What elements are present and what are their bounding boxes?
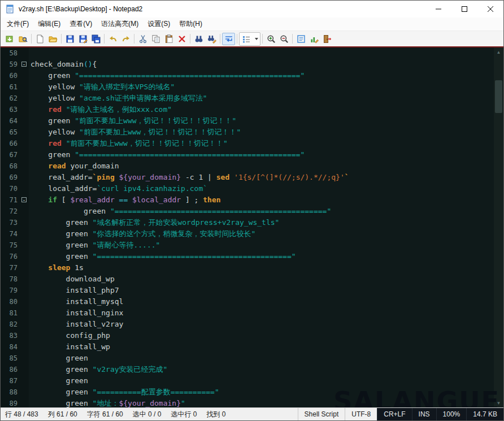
zoom-out-icon[interactable]	[277, 33, 290, 45]
code-line[interactable]: 80 install_mysql	[1, 296, 494, 307]
fold-margin	[20, 387, 29, 398]
save-as-icon[interactable]	[76, 33, 89, 45]
code-line[interactable]: 78 download_wp	[1, 274, 494, 285]
fold-collapse-icon[interactable]: -	[21, 62, 27, 67]
code-line[interactable]: 84 install_wp	[1, 341, 494, 353]
code-line[interactable]: 83 config_php	[1, 330, 494, 341]
fold-collapse-icon[interactable]: -	[21, 197, 27, 202]
code-line[interactable]: 73 green "域名解析正常，开始安装wordpress+v2ray_ws_…	[1, 217, 494, 228]
code-line[interactable]: 68 read your_domain	[1, 160, 494, 172]
code-line[interactable]: 65 yellow "前面不要加上www，切记！！切记！！切记！！"	[1, 127, 494, 138]
scrollbar-track[interactable]	[494, 57, 503, 398]
menu-scheme[interactable]: 语法高亮(M)	[97, 18, 143, 31]
open-file-icon[interactable]	[46, 33, 59, 45]
code-line[interactable]: 77 sleep 1s	[1, 262, 494, 274]
customize-schemes-icon[interactable]	[307, 33, 320, 45]
code-line[interactable]: 79 install_php7	[1, 285, 494, 296]
code-area[interactable]: 5859-check_domain(){60 green "==========…	[1, 47, 494, 407]
paste-icon[interactable]	[162, 33, 175, 45]
browse-icon[interactable]	[16, 33, 29, 45]
replace-icon[interactable]	[205, 33, 218, 45]
vertical-scrollbar[interactable]: ▲ ▼	[494, 47, 503, 407]
line-number: 71	[1, 194, 20, 206]
maximize-button[interactable]	[451, 1, 477, 18]
menu-file[interactable]: 文件(F)	[2, 18, 33, 31]
code-line[interactable]: 60 green "==============================…	[1, 70, 494, 81]
code-line[interactable]: 63 red "请输入主域名，例如xxx.com"	[1, 104, 494, 115]
status-panel-shell-script[interactable]: Shell Script	[298, 408, 345, 420]
copy-icon[interactable]	[149, 33, 162, 45]
fold-marker[interactable]: -	[20, 194, 29, 206]
fold-margin	[20, 217, 29, 228]
code-line[interactable]: 62 yellow "acme.sh证书申请脚本采用多域写法"	[1, 93, 494, 104]
save-file-icon[interactable]	[63, 33, 76, 45]
undo-icon[interactable]	[106, 33, 119, 45]
open-recent-icon[interactable]	[3, 33, 16, 45]
status-panel-utf-8[interactable]: UTF-8	[345, 408, 377, 420]
code-line[interactable]: 88 green "==========配置参数=========="	[1, 387, 494, 398]
menu-settings[interactable]: 设置(S)	[143, 18, 175, 31]
zoom-in-icon[interactable]	[264, 33, 277, 45]
scheme-dropdown-arrow[interactable]	[253, 33, 260, 45]
line-number: 72	[1, 206, 20, 217]
code-text: green "=================================…	[29, 149, 305, 160]
code-line[interactable]: 76 green "==============================…	[1, 251, 494, 262]
scrollbar-thumb[interactable]	[495, 80, 502, 113]
fold-marker[interactable]: -	[20, 59, 29, 70]
notepad2-window: v2ray.sh [E:\Backup\Desktop] - Notepad2 …	[0, 0, 504, 421]
save-all-icon[interactable]	[89, 33, 102, 45]
menu-view[interactable]: 查看(V)	[65, 18, 97, 31]
code-line[interactable]: 59-check_domain(){	[1, 59, 494, 70]
code-line[interactable]: 58	[1, 47, 494, 59]
status-panel-ins[interactable]: INS	[412, 408, 436, 420]
fold-margin	[20, 47, 29, 59]
exit-icon[interactable]	[320, 33, 333, 45]
status-panel-14-7-kb[interactable]: 14.7 KB	[466, 408, 503, 420]
line-number: 70	[1, 183, 20, 194]
line-number: 80	[1, 296, 20, 307]
line-number: 74	[1, 228, 20, 240]
code-line[interactable]: 70 local_addr=`curl ipv4.icanhazip.com`	[1, 183, 494, 194]
find-icon[interactable]	[192, 33, 205, 45]
toolbar-separator	[104, 34, 105, 44]
code-line[interactable]: 86 green "v2ray安装已经完成"	[1, 364, 494, 375]
editor[interactable]: 5859-check_domain(){60 green "==========…	[1, 47, 503, 407]
scroll-down-button[interactable]: ▼	[494, 398, 503, 407]
code-line[interactable]: 82 install_v2ray	[1, 319, 494, 330]
delete-icon[interactable]	[175, 33, 188, 45]
code-line[interactable]: 66 red "前面不要加上www，切记！！切记！！切记！！"	[1, 138, 494, 149]
status-panel-cr-lf[interactable]: CR+LF	[377, 408, 411, 420]
minimize-button[interactable]	[425, 1, 451, 18]
menu-edit[interactable]: 编辑(E)	[33, 18, 65, 31]
code-line[interactable]: 85 green	[1, 353, 494, 364]
code-line[interactable]: 74 green "你选择的这个方式，稍微复杂，安装时间比较长"	[1, 228, 494, 240]
code-line[interactable]: 61 yellow "请输入绑定到本VPS的域名"	[1, 81, 494, 93]
close-button[interactable]	[477, 1, 503, 18]
toolbar-separator	[134, 34, 134, 44]
code-line[interactable]: 71- if [ $real_addr == $local_addr ] ; t…	[1, 194, 494, 206]
code-line[interactable]: 67 green "==============================…	[1, 149, 494, 160]
menu-help[interactable]: 帮助(H)	[175, 18, 207, 31]
code-line[interactable]: 87 green	[1, 375, 494, 387]
code-line[interactable]: 69 real_addr=`ping ${your_domain} -c 1 |…	[1, 172, 494, 183]
scroll-up-button[interactable]: ▲	[494, 47, 503, 57]
code-text: if [ $real_addr == $local_addr ] ; then	[29, 194, 221, 206]
cut-icon[interactable]	[136, 33, 149, 45]
scheme-selector[interactable]	[239, 32, 260, 46]
code-text: yellow "acme.sh证书申请脚本采用多域写法"	[29, 93, 207, 104]
code-line[interactable]: 75 green "请耐心等待....."	[1, 240, 494, 251]
code-line[interactable]: 81 install_nginx	[1, 307, 494, 319]
code-line[interactable]: 72 green "==============================…	[1, 206, 494, 217]
code-line[interactable]: 89 green "地址：${your_domain}"	[1, 398, 494, 407]
caret-status: 行 48 / 483列 61 / 60字符 61 / 60选中 0 / 0选中行…	[1, 408, 298, 420]
toolbar-separator	[31, 34, 32, 44]
toolbar-separator	[237, 34, 237, 44]
new-file-icon[interactable]	[33, 33, 46, 45]
status-panel-100-[interactable]: 100%	[436, 408, 467, 420]
view-schemes-icon[interactable]	[294, 33, 307, 45]
line-number: 81	[1, 307, 20, 319]
code-line[interactable]: 64 green "前面不要加上www，切记！！切记！！切记！！"	[1, 115, 494, 127]
word-wrap-icon[interactable]	[222, 33, 235, 45]
redo-icon[interactable]	[119, 33, 132, 45]
fold-margin	[20, 228, 29, 240]
